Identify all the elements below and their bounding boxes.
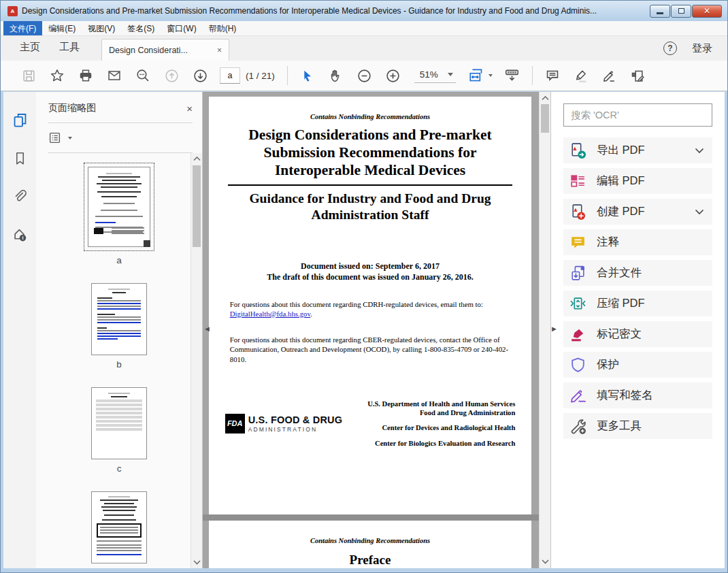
zoom-in-button[interactable]	[379, 64, 408, 87]
protect-shield-icon	[569, 356, 587, 374]
document-viewport[interactable]: ◄ Contains Nonbinding Recommendations De…	[203, 92, 539, 568]
thumbnails-scrollbar[interactable]	[191, 153, 202, 568]
tool-label: 合并文件	[597, 265, 707, 280]
fill-sign-tool-button[interactable]	[595, 64, 624, 87]
thumbnail-page-c[interactable]: c	[91, 387, 147, 474]
menu-help[interactable]: 帮助(H)	[203, 21, 243, 35]
thumbnail-page-b[interactable]: b	[91, 283, 147, 370]
thumbnail-preview[interactable]	[91, 387, 147, 459]
thumbnail-preview[interactable]	[91, 491, 147, 563]
draft-date-line: The draft of this document was issued on…	[209, 272, 531, 283]
toolbar-separator	[287, 66, 288, 85]
zoom-level-select[interactable]: 51%	[414, 68, 456, 83]
search-button[interactable]	[129, 64, 157, 87]
tool-label: 导出 PDF	[597, 143, 685, 158]
menu-view[interactable]: 视图(V)	[82, 21, 121, 35]
tool-compress-pdf[interactable]: 压缩 PDF	[563, 291, 712, 316]
tab-home[interactable]: 主页	[10, 41, 50, 61]
thumbnail-preview[interactable]	[91, 283, 147, 355]
bookmarks-panel-button[interactable]	[8, 148, 31, 168]
tool-edit-pdf[interactable]: 编辑 PDF	[563, 168, 712, 194]
tool-combine-files[interactable]: 合并文件	[563, 260, 712, 286]
scroll-down-icon[interactable]	[193, 560, 201, 565]
zoom-out-button[interactable]	[350, 64, 379, 87]
compress-pdf-icon	[569, 295, 587, 313]
previous-page-button[interactable]	[157, 64, 186, 87]
help-glyph: ?	[667, 44, 672, 53]
restore-icon	[678, 8, 684, 14]
print-button[interactable]	[71, 64, 100, 87]
tool-label: 保护	[597, 357, 707, 372]
chevron-down-icon	[695, 209, 704, 215]
tool-protect[interactable]: 保护	[563, 352, 712, 378]
export-pdf-icon	[569, 142, 587, 160]
select-cursor-icon	[300, 69, 314, 83]
tools-search-input[interactable]	[563, 103, 712, 127]
menu-file[interactable]: 文件(F)	[3, 21, 42, 35]
page-number-input[interactable]	[220, 67, 240, 84]
tab-close-icon[interactable]: ×	[217, 46, 222, 55]
tool-more-tools[interactable]: 更多工具	[563, 413, 712, 439]
scroll-down-icon[interactable]	[542, 559, 549, 564]
navigation-pane-strip: i	[3, 92, 36, 568]
thumbnails-panel-button[interactable]	[8, 110, 31, 130]
titlebar: A Design Considerations and Pre-market S…	[1, 1, 727, 21]
tool-redact[interactable]: 标记密文	[563, 321, 712, 347]
scrollbar-thumb[interactable]	[541, 104, 549, 133]
help-icon[interactable]: ?	[663, 42, 677, 55]
thumbnail-page-a[interactable]: a	[84, 163, 154, 265]
thumbnail-selected-marker	[144, 240, 150, 247]
fda-logo: FDA U.S. FOOD & DRUG ADMINISTRATION	[225, 414, 343, 433]
tool-create-pdf[interactable]: 创建 PDF	[563, 199, 712, 225]
edit-tool-button[interactable]	[624, 64, 652, 87]
close-icon: ✕	[704, 6, 710, 16]
title-rule	[228, 184, 512, 186]
tools-list: 导出 PDF 编辑 PDF 创建 PDF 注释	[563, 137, 712, 439]
tab-document[interactable]: Design Considerati... ×	[101, 39, 229, 61]
collapse-right-panel-handle[interactable]: ►	[550, 325, 558, 333]
thumbnail-options-button[interactable]	[36, 123, 202, 152]
options-list-icon	[48, 131, 61, 144]
tools-panel: ► 导出 PDF 编辑 PDF 创建 PDF	[550, 92, 725, 568]
page-display-button[interactable]	[498, 64, 527, 87]
fit-width-button[interactable]	[463, 64, 498, 87]
create-pdf-icon	[569, 203, 587, 221]
document-scrollbar[interactable]	[539, 92, 550, 568]
tool-comment[interactable]: 注释	[563, 229, 712, 255]
restore-button[interactable]	[671, 5, 691, 18]
select-tool-button[interactable]	[293, 64, 322, 87]
save-button[interactable]	[14, 64, 43, 87]
close-button[interactable]: ✕	[692, 5, 722, 18]
menu-sign[interactable]: 签名(S)	[121, 21, 161, 35]
scroll-up-icon[interactable]	[542, 96, 549, 101]
highlight-tool-button[interactable]	[567, 64, 595, 87]
attachments-panel-button[interactable]	[8, 186, 31, 206]
minimize-button[interactable]	[650, 5, 670, 18]
tool-label: 标记密文	[597, 327, 707, 342]
tool-export-pdf[interactable]: 导出 PDF	[563, 137, 712, 163]
menu-bar: 文件(F) 编辑(E) 视图(V) 签名(S) 窗口(W) 帮助(H)	[1, 21, 727, 36]
comment-tool-button[interactable]	[538, 64, 567, 87]
page-up-icon	[164, 68, 180, 84]
email-link[interactable]: DigitalHealth@fda.hhs.gov	[230, 310, 310, 318]
thumbnail-page-1[interactable]: 1	[91, 491, 147, 568]
comment-icon	[569, 233, 587, 252]
favorite-button[interactable]	[43, 64, 71, 87]
issued-date-line: Document issued on: September 6, 2017	[209, 261, 531, 272]
menu-edit[interactable]: 编辑(E)	[42, 21, 82, 35]
scroll-up-icon[interactable]	[193, 157, 201, 161]
next-page-button[interactable]	[186, 64, 214, 87]
thumbnail-preview[interactable]	[88, 167, 150, 247]
login-button[interactable]: 登录	[692, 42, 712, 55]
panel-close-icon[interactable]: ×	[186, 103, 193, 114]
thumbnail-label: b	[116, 359, 122, 370]
page-display-icon	[503, 67, 520, 84]
scrollbar-thumb[interactable]	[193, 165, 201, 247]
tool-fill-sign[interactable]: 填写和签名	[563, 382, 712, 408]
menu-window[interactable]: 窗口(W)	[161, 21, 202, 35]
hand-tool-button[interactable]	[322, 64, 350, 87]
tab-tools[interactable]: 工具	[50, 41, 89, 61]
email-button[interactable]	[100, 64, 129, 87]
collapse-left-panel-handle[interactable]: ◄	[203, 325, 211, 333]
standards-panel-button[interactable]: i	[8, 224, 31, 244]
